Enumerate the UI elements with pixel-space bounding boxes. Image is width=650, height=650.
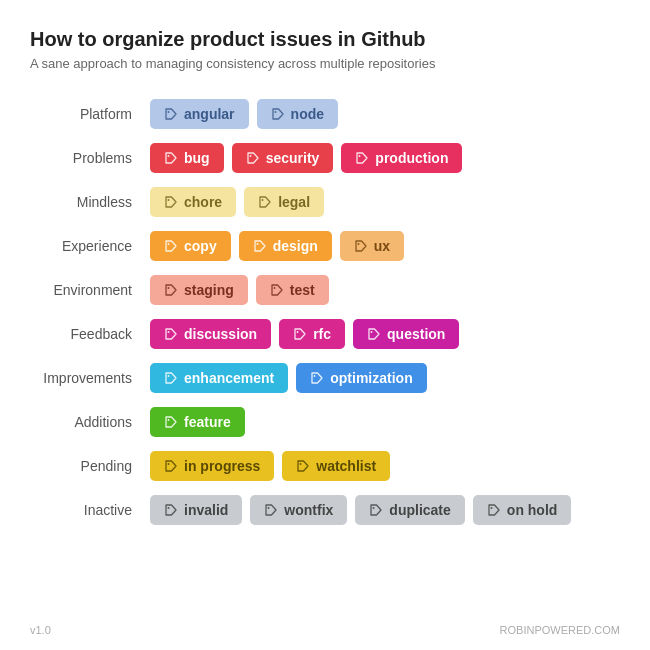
row-label: Experience (30, 238, 150, 254)
tag-label: discussion (184, 326, 257, 342)
row-label: Pending (30, 458, 150, 474)
tag-icon (264, 503, 278, 517)
tag-label: feature (184, 414, 231, 430)
tag-icon (246, 151, 260, 165)
tag[interactable]: on hold (473, 495, 572, 525)
tag[interactable]: question (353, 319, 459, 349)
tag-label: design (273, 238, 318, 254)
tag[interactable]: staging (150, 275, 248, 305)
tag[interactable]: rfc (279, 319, 345, 349)
svg-point-21 (268, 507, 270, 509)
tag[interactable]: security (232, 143, 334, 173)
row-label: Additions (30, 414, 150, 430)
tags-container: enhancement optimization (150, 363, 427, 393)
tag-icon (164, 283, 178, 297)
tag-icon (270, 283, 284, 297)
tag[interactable]: in progress (150, 451, 274, 481)
svg-point-6 (262, 199, 264, 201)
svg-point-4 (359, 155, 361, 157)
tag[interactable]: discussion (150, 319, 271, 349)
tag-icon (164, 459, 178, 473)
page-subtitle: A sane approach to managing consistency … (30, 56, 620, 71)
tag-icon (271, 107, 285, 121)
tag-icon (293, 327, 307, 341)
svg-point-10 (168, 287, 170, 289)
row-label: Mindless (30, 194, 150, 210)
svg-point-3 (249, 155, 251, 157)
tag-label: production (375, 150, 448, 166)
svg-point-18 (168, 463, 170, 465)
tag[interactable]: copy (150, 231, 231, 261)
row-label: Inactive (30, 502, 150, 518)
label-row: Feedback discussion rfc question (30, 319, 620, 349)
tag[interactable]: bug (150, 143, 224, 173)
tag[interactable]: invalid (150, 495, 242, 525)
tag[interactable]: optimization (296, 363, 426, 393)
tag[interactable]: feature (150, 407, 245, 437)
footer: v1.0 ROBINPOWERED.COM (30, 624, 620, 636)
tags-container: discussion rfc question (150, 319, 459, 349)
tag[interactable]: chore (150, 187, 236, 217)
tag-label: watchlist (316, 458, 376, 474)
tag-label: ux (374, 238, 390, 254)
tag-label: enhancement (184, 370, 274, 386)
tag-label: optimization (330, 370, 412, 386)
label-row: Inactive invalid wontfix duplicate on ho… (30, 495, 620, 525)
label-row: Mindless chore legal (30, 187, 620, 217)
tag-icon (369, 503, 383, 517)
label-row: Pending in progress watchlist (30, 451, 620, 481)
tag-icon (310, 371, 324, 385)
tag-label: on hold (507, 502, 558, 518)
tags-container: in progress watchlist (150, 451, 390, 481)
tag-label: copy (184, 238, 217, 254)
row-label: Environment (30, 282, 150, 298)
svg-point-12 (168, 331, 170, 333)
svg-point-2 (168, 155, 170, 157)
tags-container: chore legal (150, 187, 324, 217)
tag[interactable]: node (257, 99, 338, 129)
svg-point-22 (373, 507, 375, 509)
label-row: Platform angular node (30, 99, 620, 129)
tag[interactable]: enhancement (150, 363, 288, 393)
tag[interactable]: ux (340, 231, 404, 261)
label-row: Experience copy design ux (30, 231, 620, 261)
tag-icon (367, 327, 381, 341)
tag[interactable]: angular (150, 99, 249, 129)
svg-point-13 (297, 331, 299, 333)
tag-label: node (291, 106, 324, 122)
tag-icon (487, 503, 501, 517)
tag[interactable]: legal (244, 187, 324, 217)
label-row: Additions feature (30, 407, 620, 437)
tag[interactable]: test (256, 275, 329, 305)
footer-version: v1.0 (30, 624, 51, 636)
tags-container: copy design ux (150, 231, 404, 261)
rows-container: Platform angular nodeProblems bug securi… (30, 99, 620, 525)
tag-label: wontfix (284, 502, 333, 518)
tag[interactable]: design (239, 231, 332, 261)
tag-label: bug (184, 150, 210, 166)
main-container: How to organize product issues in Github… (0, 0, 650, 559)
svg-point-5 (168, 199, 170, 201)
svg-point-15 (168, 375, 170, 377)
tags-container: bug security production (150, 143, 462, 173)
tag-icon (164, 107, 178, 121)
svg-point-0 (168, 111, 170, 113)
tag-icon (258, 195, 272, 209)
label-row: Environment staging test (30, 275, 620, 305)
tag-label: duplicate (389, 502, 450, 518)
tag-icon (164, 195, 178, 209)
tag-icon (354, 239, 368, 253)
tag[interactable]: watchlist (282, 451, 390, 481)
svg-point-19 (300, 463, 302, 465)
tag-label: staging (184, 282, 234, 298)
tag[interactable]: duplicate (355, 495, 464, 525)
tag-label: in progress (184, 458, 260, 474)
tag-icon (164, 415, 178, 429)
tag[interactable]: wontfix (250, 495, 347, 525)
tag-icon (164, 503, 178, 517)
tag-label: chore (184, 194, 222, 210)
tag[interactable]: production (341, 143, 462, 173)
svg-point-8 (256, 243, 258, 245)
svg-point-1 (274, 111, 276, 113)
svg-point-7 (168, 243, 170, 245)
